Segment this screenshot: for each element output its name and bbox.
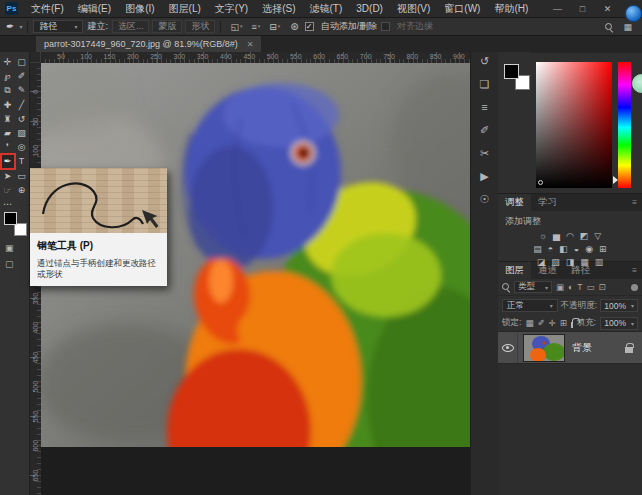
layer-thumbnail[interactable]	[524, 335, 564, 361]
eye-icon[interactable]	[502, 344, 514, 352]
export-panel-icon[interactable]: ❏	[480, 79, 490, 90]
hue-saturation-icon[interactable]: ▤	[533, 243, 542, 256]
filter-smart-objects-icon[interactable]: ⊡	[598, 281, 605, 293]
workspace-switcher-icon[interactable]: ▦	[623, 22, 632, 32]
shape-tool-icon[interactable]: ▭	[15, 169, 29, 183]
layers-empty-area[interactable]	[498, 364, 642, 495]
brush-settings-panel-icon[interactable]: ✐	[480, 125, 489, 136]
edit-toolbar-button[interactable]: ⋯	[1, 197, 15, 211]
quick-selection-tool-icon[interactable]: ✐	[15, 69, 29, 83]
close-button[interactable]: ✕	[595, 0, 620, 18]
tab-learn[interactable]: 学习	[531, 194, 564, 211]
move-tool-icon[interactable]: ✛	[1, 55, 15, 69]
tool-preset-picker[interactable]: ✒	[6, 21, 22, 32]
vibrance-icon[interactable]: ▽	[594, 230, 601, 243]
menu-edit[interactable]: 编辑(E)	[71, 0, 118, 18]
color-balance-icon[interactable]: ◓	[548, 243, 553, 256]
filter-type-layers-icon[interactable]: T	[577, 281, 582, 293]
lock-transparent-pixels-icon[interactable]: ▦	[525, 317, 533, 329]
make-shape-button[interactable]: 形状	[185, 20, 215, 33]
color-swatch-widget[interactable]	[4, 212, 27, 236]
black-white-icon[interactable]: ◧	[559, 243, 568, 256]
menu-image[interactable]: 图像(I)	[118, 0, 161, 18]
gradient-tool-icon[interactable]: ▧	[15, 126, 29, 140]
path-selection-tool-icon[interactable]: ➤	[1, 169, 15, 183]
background-layer-row[interactable]: 背景	[498, 332, 642, 364]
lock-artboard-icon[interactable]: ⊞	[560, 317, 567, 329]
menu-file[interactable]: 文件(F)	[24, 0, 71, 18]
menu-select[interactable]: 选择(S)	[255, 0, 302, 18]
history-panel-icon[interactable]: ↺	[480, 56, 489, 67]
blur-tool-icon[interactable]: ❜	[1, 140, 15, 154]
panel-menu-icon[interactable]: ≡	[632, 194, 642, 211]
menu-help[interactable]: 帮助(H)	[487, 0, 535, 18]
color-lookup-icon[interactable]: ⊞	[599, 243, 607, 256]
zoom-tool-icon[interactable]: ⊕	[15, 183, 29, 197]
spot-healing-tool-icon[interactable]: ✚	[1, 98, 15, 112]
floating-app-badge[interactable]	[625, 5, 642, 22]
hue-slider-marker[interactable]	[613, 176, 618, 184]
maximize-button[interactable]: □	[570, 0, 595, 18]
crop-tool-icon[interactable]: ⧉	[1, 83, 15, 97]
make-mask-button[interactable]: 蒙版	[152, 20, 182, 33]
make-selection-button[interactable]: 选区...	[112, 20, 150, 33]
tab-adjustments[interactable]: 调整	[498, 194, 531, 211]
posterize-icon[interactable]: ▨	[551, 256, 560, 269]
brush-tool-icon[interactable]: ╱	[15, 98, 29, 112]
photo-filter-icon[interactable]: ◒	[574, 243, 579, 256]
type-tool-icon[interactable]: T	[15, 154, 29, 168]
menu-layer[interactable]: 图层(L)	[162, 0, 208, 18]
dodge-tool-icon[interactable]: ◎	[15, 140, 29, 154]
panel-color-swatches[interactable]	[504, 64, 530, 90]
pen-tool-icon[interactable]: ✒	[1, 154, 15, 168]
selective-color-icon[interactable]: ▥	[595, 256, 604, 269]
document-tab[interactable]: parrot-3017449_960_720.jpg @ 81.9%(RGB/8…	[36, 36, 261, 52]
auto-add-checkbox[interactable]	[305, 22, 314, 31]
filter-shape-layers-icon[interactable]: ▭	[586, 281, 594, 293]
channel-mixer-icon[interactable]: ◉	[585, 243, 593, 256]
layer-filter-type-select[interactable]: 类型	[514, 281, 552, 293]
filter-adjustment-layers-icon[interactable]: ◐	[568, 281, 573, 293]
gradient-map-icon[interactable]: ▦	[580, 256, 589, 269]
path-alignment-icon[interactable]: ≡	[251, 18, 260, 35]
menu-3d[interactable]: 3D(D)	[349, 0, 390, 18]
levels-icon[interactable]: ▅	[553, 230, 560, 243]
screen-mode-button[interactable]: ▢	[5, 260, 14, 269]
threshold-icon[interactable]: ◨	[566, 256, 575, 269]
lock-image-pixels-icon[interactable]: ✐	[537, 317, 544, 329]
geometry-options-gear-icon[interactable]: ⊛	[290, 21, 298, 32]
blend-mode-select[interactable]: 正常	[502, 299, 558, 312]
lock-all-icon[interactable]	[571, 322, 573, 328]
exposure-icon[interactable]: ◩	[580, 230, 589, 243]
menu-view[interactable]: 视图(V)	[390, 0, 437, 18]
layer-visibility-cell[interactable]	[498, 332, 518, 363]
eyedropper-tool-icon[interactable]: ✎	[15, 83, 29, 97]
properties-panel-icon[interactable]: ≡	[481, 102, 487, 113]
curves-icon[interactable]: ◠	[566, 230, 574, 243]
search-icon[interactable]	[605, 23, 613, 31]
panel-foreground-swatch[interactable]	[504, 64, 519, 79]
foreground-color-swatch[interactable]	[4, 212, 17, 225]
path-operations-icon[interactable]: ◱	[230, 18, 242, 35]
fill-value[interactable]: 100%	[600, 317, 638, 330]
lasso-tool-icon[interactable]: ℘	[1, 69, 15, 83]
hue-slider[interactable]	[618, 62, 631, 188]
invert-icon[interactable]: ◪	[537, 256, 546, 269]
hand-tool-icon[interactable]: ☞	[1, 183, 15, 197]
clone-stamp-tool-icon[interactable]: ♜	[1, 112, 15, 126]
tool-presets-panel-icon[interactable]: ✂	[480, 148, 489, 159]
saturation-brightness-field[interactable]	[536, 62, 612, 188]
pen-mode-select[interactable]: 路径	[33, 20, 83, 33]
menu-type[interactable]: 文字(Y)	[208, 0, 255, 18]
layer-filter-toggle[interactable]	[631, 284, 638, 291]
align-edges-checkbox[interactable]	[381, 22, 390, 31]
history-brush-tool-icon[interactable]: ↺	[15, 112, 29, 126]
filter-pixel-layers-icon[interactable]: ▣	[556, 281, 564, 293]
marquee-tool-icon[interactable]: ▢	[15, 55, 29, 69]
eraser-tool-icon[interactable]: ▰	[1, 126, 15, 140]
tab-close-icon[interactable]: ✕	[247, 40, 254, 49]
menu-filter[interactable]: 滤镜(T)	[303, 0, 350, 18]
actions-panel-icon[interactable]: ▶	[480, 171, 488, 182]
path-arrangement-icon[interactable]: ⊟	[269, 18, 280, 35]
color-field-cursor[interactable]	[538, 180, 543, 185]
